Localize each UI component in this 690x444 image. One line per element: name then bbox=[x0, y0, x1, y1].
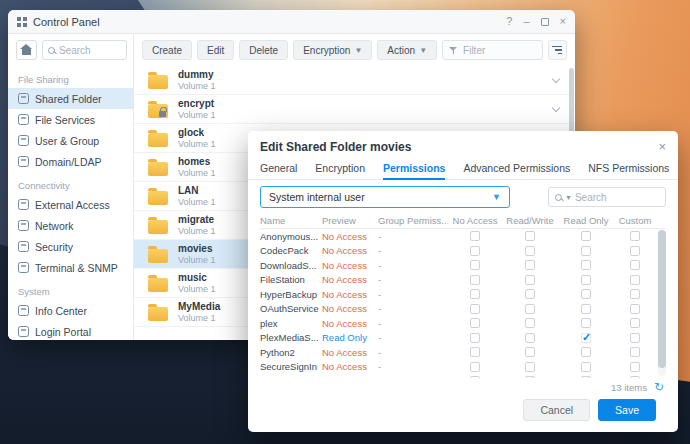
read-only-checkbox[interactable] bbox=[581, 246, 591, 256]
permission-row-plexmedias-[interactable]: PlexMediaS...Read Only- bbox=[260, 331, 656, 346]
titlebar[interactable]: Control Panel ? – × bbox=[8, 10, 575, 34]
custom-checkbox[interactable] bbox=[630, 231, 640, 241]
create-button[interactable]: Create bbox=[142, 40, 192, 60]
read-only-checkbox[interactable] bbox=[581, 289, 591, 299]
no-access-checkbox[interactable] bbox=[470, 260, 480, 270]
delete-button[interactable]: Delete bbox=[239, 40, 288, 60]
permission-row-securesignin[interactable]: SecureSignInNo Access- bbox=[260, 360, 656, 375]
user-type-select[interactable]: System internal user ▼ bbox=[260, 186, 510, 208]
sidebar-item-security[interactable]: Security bbox=[8, 236, 133, 257]
custom-checkbox[interactable] bbox=[630, 275, 640, 285]
read-only-checkbox[interactable] bbox=[581, 333, 591, 343]
custom-checkbox[interactable] bbox=[630, 362, 640, 372]
refresh-icon[interactable]: ↻ bbox=[654, 381, 664, 393]
sidebar-item-shared-folder[interactable]: Shared Folder bbox=[8, 88, 133, 109]
tab-encryption[interactable]: Encryption bbox=[315, 156, 365, 179]
read-write-checkbox[interactable] bbox=[525, 260, 535, 270]
dialog-search-input[interactable] bbox=[575, 192, 659, 203]
read-write-checkbox[interactable] bbox=[525, 347, 535, 357]
read-write-checkbox[interactable] bbox=[525, 289, 535, 299]
search-scope-caret-icon[interactable]: ▼ bbox=[565, 194, 572, 201]
sidebar-item-user-group[interactable]: User & Group bbox=[8, 130, 133, 151]
custom-checkbox[interactable] bbox=[630, 333, 640, 343]
tab-nfs-permissions[interactable]: NFS Permissions bbox=[588, 156, 669, 179]
tab-advanced-permissions[interactable]: Advanced Permissions bbox=[463, 156, 570, 179]
no-access-checkbox[interactable] bbox=[470, 246, 480, 256]
sidebar-search[interactable] bbox=[42, 40, 127, 60]
read-write-checkbox[interactable] bbox=[525, 333, 535, 343]
no-access-checkbox[interactable] bbox=[470, 362, 480, 372]
filter-input-box[interactable] bbox=[442, 40, 543, 60]
no-access-checkbox[interactable] bbox=[470, 347, 480, 357]
read-only-checkbox[interactable] bbox=[581, 376, 591, 378]
sidebar-item-network[interactable]: Network bbox=[8, 215, 133, 236]
dialog-close-icon[interactable]: × bbox=[658, 140, 666, 153]
read-write-checkbox[interactable] bbox=[525, 362, 535, 372]
column-header[interactable]: No Access bbox=[448, 215, 502, 226]
read-write-checkbox[interactable] bbox=[525, 246, 535, 256]
no-access-checkbox[interactable] bbox=[470, 333, 480, 343]
custom-checkbox[interactable] bbox=[630, 260, 640, 270]
custom-checkbox[interactable] bbox=[630, 376, 640, 378]
no-access-checkbox[interactable] bbox=[470, 275, 480, 285]
save-button[interactable]: Save bbox=[598, 399, 656, 421]
permission-row-python2[interactable]: Python2No Access- bbox=[260, 345, 656, 360]
read-write-checkbox[interactable] bbox=[525, 304, 535, 314]
read-write-checkbox[interactable] bbox=[525, 376, 535, 378]
permission-row-plex[interactable]: plexNo Access- bbox=[260, 316, 656, 331]
custom-checkbox[interactable] bbox=[630, 347, 640, 357]
read-write-checkbox[interactable] bbox=[525, 275, 535, 285]
permission-row-oauthservice[interactable]: OAuthServiceNo Access- bbox=[260, 302, 656, 317]
read-only-checkbox[interactable] bbox=[581, 260, 591, 270]
custom-checkbox[interactable] bbox=[630, 289, 640, 299]
sidebar-item-file-services[interactable]: File Services bbox=[8, 109, 133, 130]
column-header[interactable]: Custom bbox=[614, 215, 656, 226]
cancel-button[interactable]: Cancel bbox=[523, 399, 590, 421]
read-only-checkbox[interactable] bbox=[581, 275, 591, 285]
chevron-down-icon[interactable] bbox=[552, 103, 560, 111]
folder-row-encrypt[interactable]: encryptVolume 1 bbox=[134, 95, 575, 124]
encryption-menu-button[interactable]: Encryption▼ bbox=[293, 40, 372, 60]
read-only-checkbox[interactable] bbox=[581, 304, 591, 314]
minimize-button[interactable]: – bbox=[523, 16, 529, 27]
no-access-checkbox[interactable] bbox=[470, 231, 480, 241]
close-button[interactable]: × bbox=[560, 16, 566, 27]
tab-general[interactable]: General bbox=[260, 156, 297, 179]
filter-input[interactable] bbox=[463, 45, 536, 56]
column-header[interactable]: Read Only bbox=[558, 215, 614, 226]
folder-row-dummy[interactable]: dummyVolume 1 bbox=[134, 66, 575, 95]
help-button[interactable]: ? bbox=[506, 16, 512, 27]
permission-row-filestation[interactable]: FileStationNo Access- bbox=[260, 273, 656, 288]
read-only-checkbox[interactable] bbox=[581, 347, 591, 357]
sort-view-button[interactable] bbox=[548, 40, 567, 60]
read-only-checkbox[interactable] bbox=[581, 231, 591, 241]
permission-row-surveillanc-[interactable]: Surveillanc...No Access- bbox=[260, 374, 656, 378]
custom-checkbox[interactable] bbox=[630, 318, 640, 328]
column-header[interactable]: Name bbox=[260, 215, 322, 226]
no-access-checkbox[interactable] bbox=[470, 289, 480, 299]
table-scrollbar[interactable] bbox=[658, 230, 666, 376]
read-write-checkbox[interactable] bbox=[525, 231, 535, 241]
sidebar-item-domain-ldap[interactable]: Domain/LDAP bbox=[8, 151, 133, 172]
tab-permissions[interactable]: Permissions bbox=[383, 156, 445, 179]
dialog-search[interactable]: ▼ bbox=[548, 187, 666, 207]
table-scrollbar-thumb[interactable] bbox=[658, 230, 666, 368]
read-only-checkbox[interactable] bbox=[581, 318, 591, 328]
read-write-checkbox[interactable] bbox=[525, 318, 535, 328]
permission-row-codecpack[interactable]: CodecPackNo Access- bbox=[260, 244, 656, 259]
column-header[interactable]: Read/Write bbox=[502, 215, 558, 226]
custom-checkbox[interactable] bbox=[630, 304, 640, 314]
sidebar-item-terminal-snmp[interactable]: Terminal & SNMP bbox=[8, 257, 133, 278]
read-only-checkbox[interactable] bbox=[581, 362, 591, 372]
no-access-checkbox[interactable] bbox=[470, 318, 480, 328]
sidebar-item-info-center[interactable]: Info Center bbox=[8, 300, 133, 321]
no-access-checkbox[interactable] bbox=[470, 304, 480, 314]
sidebar-item-login-portal[interactable]: Login Portal bbox=[8, 321, 133, 340]
permission-row-downloads-[interactable]: DownloadS...No Access- bbox=[260, 258, 656, 273]
sidebar-search-input[interactable] bbox=[59, 45, 121, 56]
permission-row-hyperbackup[interactable]: HyperBackupNo Access- bbox=[260, 287, 656, 302]
column-header[interactable]: Preview bbox=[322, 215, 378, 226]
chevron-down-icon[interactable] bbox=[552, 74, 560, 82]
action-menu-button[interactable]: Action▼ bbox=[377, 40, 437, 60]
sidebar-item-external-access[interactable]: External Access bbox=[8, 194, 133, 215]
